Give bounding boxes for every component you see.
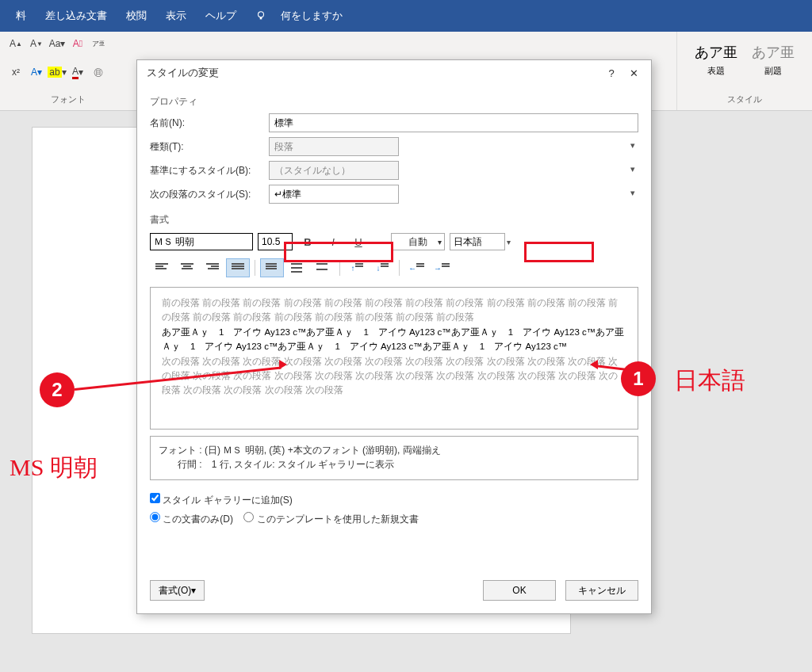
annotation-text-2: MS 明朝 <box>10 452 98 484</box>
dialog-title: スタイルの変更 <box>147 66 600 80</box>
ribbon-tabs: 料 差し込み文書 校閲 表示 ヘルプ 何をしますか <box>0 0 812 32</box>
align-left-button[interactable] <box>150 258 174 277</box>
chevron-down-icon: ▾ <box>630 188 635 198</box>
add-to-gallery-checkbox[interactable]: スタイル ギャラリーに追加(S) <box>150 494 293 506</box>
shrink-font-button[interactable]: A▼ <box>27 35 46 52</box>
format-menu-button[interactable]: 書式(O)▾ <box>150 580 205 601</box>
style-type-select[interactable] <box>269 137 399 156</box>
ribbon-tab[interactable]: ヘルプ <box>196 1 246 31</box>
group-label-style: スタイル <box>684 92 806 107</box>
svg-rect-1 <box>260 17 262 20</box>
style-description: フォント : (日) ＭＳ 明朝, (英) +本文のフォント (游明朝), 両端… <box>150 436 638 480</box>
ok-button[interactable]: OK <box>483 580 556 601</box>
font-color-select[interactable]: 自動 ▾ <box>391 233 445 250</box>
phonetic-guide-button[interactable]: ア亜 <box>89 35 108 52</box>
space-before-decrease-button[interactable]: ↓ <box>370 258 394 277</box>
font-size-select[interactable] <box>258 233 293 250</box>
ribbon-tab[interactable]: 校閲 <box>117 1 156 31</box>
italic-button[interactable]: I <box>323 233 343 250</box>
bold-button[interactable]: B <box>297 233 318 250</box>
cancel-button[interactable]: キャンセル <box>565 580 638 601</box>
close-button[interactable]: ✕ <box>622 63 645 82</box>
change-case-button[interactable]: Aa▾ <box>48 35 67 52</box>
enclose-chars-button[interactable]: ㊐ <box>89 63 108 81</box>
properties-section-label: プロパティ <box>150 95 638 109</box>
font-family-select[interactable] <box>150 233 253 250</box>
annotation-badge-1: 1 <box>621 361 656 396</box>
underline-button[interactable]: U <box>348 233 369 250</box>
decrease-indent-button[interactable]: ← <box>404 258 428 277</box>
text-effects-button[interactable]: A▾ <box>27 63 46 81</box>
style-preview-box: 前の段落 前の段落 前の段落 前の段落 前の段落 前の段落 前の段落 前の段落 … <box>150 287 638 430</box>
next-paragraph-select[interactable] <box>269 185 399 204</box>
style-item[interactable]: あア亜 表題 <box>691 40 741 77</box>
style-gallery[interactable]: あア亜 表題 あア亜 副題 <box>684 35 806 82</box>
grow-font-button[interactable]: A▲ <box>6 35 25 52</box>
style-name-input[interactable] <box>269 113 638 132</box>
next-para-label: 次の段落のスタイル(S): <box>150 188 261 201</box>
modify-style-dialog: スタイルの変更 ? ✕ プロパティ 名前(N): 種類(T): ▾ 基準にするス… <box>136 59 652 614</box>
justify-button[interactable] <box>226 258 250 277</box>
format-toolbar: B I U 自動 ▾ ▾ <box>150 233 638 250</box>
space-before-increase-button[interactable]: ↑ <box>345 258 369 277</box>
this-doc-only-radio[interactable]: この文書のみ(D) <box>150 514 233 525</box>
based-on-select[interactable] <box>269 161 399 180</box>
ribbon-tab[interactable]: 表示 <box>156 1 196 31</box>
new-docs-radio[interactable]: このテンプレートを使用した新規文書 <box>243 514 418 525</box>
chevron-down-icon: ▾ <box>630 140 635 151</box>
font-color-button[interactable]: A▾ <box>68 63 87 81</box>
clear-formatting-button[interactable]: A⃠ <box>68 35 87 52</box>
increase-indent-button[interactable]: → <box>430 258 454 277</box>
style-item[interactable]: あア亜 副題 <box>749 40 798 77</box>
highlight-button[interactable]: ab▾ <box>48 63 67 81</box>
annotation-text-1: 日本語 <box>674 365 745 397</box>
line-spacing-1_5-button[interactable] <box>285 258 309 277</box>
chevron-down-icon: ▾ <box>630 164 635 174</box>
help-button[interactable]: ? <box>600 63 622 82</box>
based-on-label: 基準にするスタイル(B): <box>150 164 261 178</box>
annotation-badge-2: 2 <box>40 372 75 407</box>
lightbulb-icon <box>255 10 266 21</box>
chevron-down-icon: ▾ <box>438 238 442 246</box>
chevron-down-icon: ▾ <box>507 238 511 246</box>
line-spacing-2-button[interactable] <box>311 258 335 277</box>
ribbon-tab[interactable]: 料 <box>6 1 36 31</box>
paragraph-toolbar: ↑ ↓ ← → <box>150 258 638 277</box>
line-spacing-1-button[interactable] <box>260 258 284 277</box>
svg-point-0 <box>259 12 264 17</box>
align-right-button[interactable] <box>201 258 224 277</box>
ribbon-tab[interactable]: 差し込み文書 <box>36 1 117 31</box>
format-section-label: 書式 <box>150 213 638 227</box>
name-label: 名前(N): <box>150 116 261 130</box>
align-center-button[interactable] <box>175 258 199 277</box>
group-label-font: フォント <box>6 92 130 107</box>
language-select[interactable] <box>450 233 505 250</box>
type-label: 種類(T): <box>150 140 261 154</box>
superscript-button[interactable]: x² <box>6 63 25 81</box>
